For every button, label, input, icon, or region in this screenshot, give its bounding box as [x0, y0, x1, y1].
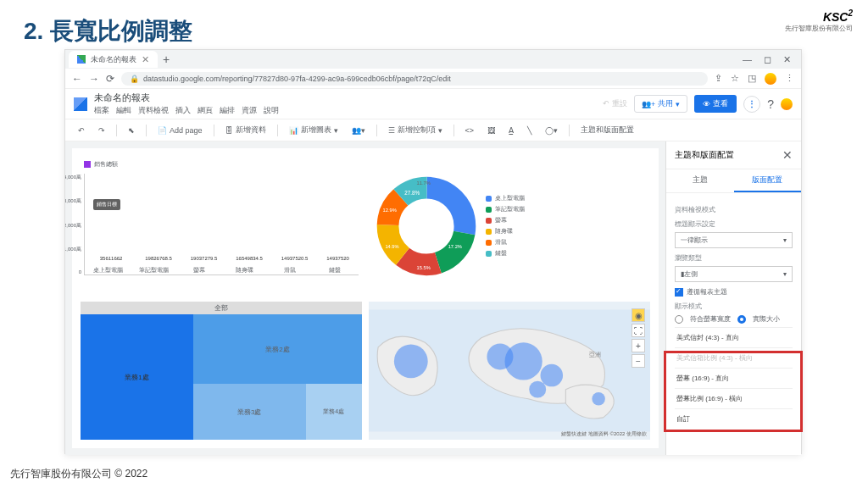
menu-file[interactable]: 檔案: [94, 105, 109, 116]
shape-button[interactable]: ◯▾: [541, 125, 562, 136]
canvas-size-option[interactable]: 自訂: [675, 408, 793, 429]
svg-point-17: [529, 381, 546, 398]
line-button[interactable]: ╲: [523, 125, 536, 136]
chevron-down-icon: ▾: [334, 126, 338, 135]
treemap-root: 全部: [81, 302, 362, 314]
treemap-chart[interactable]: 全部 業務1處 業務2處 業務3處 業務4處: [81, 302, 362, 440]
user-avatar[interactable]: [781, 98, 793, 110]
fullscreen-icon[interactable]: ⛶: [632, 324, 645, 337]
logo-subtitle: 先行智庫股份有限公司: [785, 24, 853, 33]
community-viz-button[interactable]: 👥▾: [348, 125, 370, 136]
theme-layout-button[interactable]: 主題和版面配置: [576, 123, 638, 137]
address-bar[interactable]: 🔒 datastudio.google.com/reporting/77827d…: [121, 72, 708, 86]
svg-point-18: [592, 392, 604, 405]
view-button[interactable]: 👁查看: [694, 95, 737, 113]
browser-tab[interactable]: 未命名的報表 ✕: [69, 51, 158, 68]
tree-node[interactable]: 業務1處: [81, 314, 193, 440]
canvas-size-option[interactable]: 美式信封 (4:3) - 直向: [675, 327, 793, 347]
forward-icon[interactable]: →: [89, 73, 99, 85]
menu-view[interactable]: 資料檢視: [138, 105, 169, 116]
section-viewmode: 資料檢視模式: [675, 205, 793, 214]
toolbar: ↶ ↷ ⬉ 📄 Add page 🗄 新增資料 📊 新增圖表 ▾ 👥▾ ☰ 新增…: [65, 119, 801, 141]
logo-ksc: KSC2: [823, 8, 853, 24]
canvas-size-option[interactable]: 螢幕 (16:9) - 直向: [675, 368, 793, 388]
tab-layout[interactable]: 版面配置: [734, 169, 802, 192]
radio-fit[interactable]: [675, 315, 683, 324]
browser-window: 未命名的報表 ✕ + — ◻ ✕ ← → ⟳ 🔒 datastudio.goog…: [64, 49, 802, 454]
kebab-icon[interactable]: ⋮: [785, 73, 794, 84]
menu-insert[interactable]: 插入: [175, 105, 191, 116]
url-actions: ⇪ ☆ ◳ ⋮: [715, 73, 794, 85]
lock-icon: 🔒: [130, 75, 139, 83]
extension-icon[interactable]: ◳: [748, 73, 756, 84]
zoom-in-icon[interactable]: +: [632, 339, 645, 352]
minimize-icon[interactable]: —: [743, 54, 752, 65]
text-button[interactable]: A̲: [504, 125, 518, 136]
menu-page[interactable]: 網頁: [198, 105, 213, 116]
slide-title: 2. 長寬比例調整: [24, 15, 192, 47]
canvas-size-option[interactable]: 螢幕比例 (16:9) - 橫向: [675, 388, 793, 408]
theme-layout-panel: 主題和版面配置 ✕ 主題 版面配置 資料檢視模式 標題顯示設定 一律顯示▾ 瀏覽…: [665, 141, 801, 455]
help-icon[interactable]: ?: [767, 97, 774, 111]
back-icon[interactable]: ←: [72, 73, 82, 85]
chevron-down-icon: ▾: [783, 270, 787, 278]
follow-theme-checkbox[interactable]: 遵循報表主題: [675, 287, 793, 297]
tree-node[interactable]: 業務3處: [193, 384, 306, 440]
url-text: datastudio.google.com/reporting/77827d80…: [143, 75, 451, 83]
tree-node[interactable]: 業務2處: [193, 314, 362, 384]
menu-resource[interactable]: 資源: [242, 105, 257, 116]
tab-theme[interactable]: 主題: [666, 169, 734, 192]
svg-text:17.2%: 17.2%: [448, 243, 462, 248]
add-control-button[interactable]: ☰ 新增控制項 ▾: [384, 123, 447, 137]
menu-edit[interactable]: 編輯: [116, 105, 131, 116]
profile-avatar[interactable]: [765, 73, 776, 85]
report-title[interactable]: 未命名的報表: [94, 92, 279, 104]
add-chart-button[interactable]: 📊 新增圖表 ▾: [285, 123, 342, 137]
donut-chart[interactable]: 27.8% 17.2% 15.5% 14.9% 12.9% 11.7% 桌上型電…: [369, 157, 650, 295]
embed-button[interactable]: <>: [461, 125, 479, 136]
tree-node[interactable]: 業務4處: [306, 384, 362, 440]
canvas[interactable]: 銷售總額 4,000萬 3,000萬 2,000萬 1,000萬 0 銷售日標 …: [65, 141, 665, 455]
undo-button[interactable]: ↶: [74, 125, 89, 136]
canvas-size-option[interactable]: 美式信箱比例 (4:3) - 橫向: [675, 347, 793, 368]
map-chart[interactable]: 亞洲 ◉ ⛶ + − 鍵盤快速鍵 地圖資料 ©2022 使用條款 銷售數量 ●2…: [369, 302, 650, 440]
redo-button[interactable]: ↷: [94, 125, 109, 136]
close-window-icon[interactable]: ✕: [783, 54, 791, 65]
bar-plot-area: 4,000萬 3,000萬 2,000萬 1,000萬 0 銷售日標 35611…: [84, 174, 359, 275]
panel-close-icon[interactable]: ✕: [782, 148, 793, 162]
chevron-down-icon: ▾: [783, 236, 787, 244]
display-select[interactable]: 一律顯示▾: [675, 232, 793, 248]
new-tab-button[interactable]: +: [163, 53, 170, 66]
image-button[interactable]: 🖼: [483, 125, 499, 136]
svg-text:12.9%: 12.9%: [383, 207, 397, 212]
maximize-icon[interactable]: ◻: [764, 54, 771, 65]
zoom-out-icon[interactable]: −: [632, 354, 645, 368]
menu-help[interactable]: 說明: [264, 105, 279, 116]
bar-chart[interactable]: 銷售總額 4,000萬 3,000萬 2,000萬 1,000萬 0 銷售日標 …: [81, 157, 362, 295]
add-data-button[interactable]: 🗄 新增資料: [221, 123, 270, 137]
tab-close-icon[interactable]: ✕: [142, 54, 149, 65]
share-button[interactable]: 👥+共用 ▾: [634, 95, 687, 113]
menu-arrange[interactable]: 編排: [220, 105, 235, 116]
svg-point-15: [504, 342, 542, 380]
label-display-setting: 標題顯示設定: [675, 219, 793, 229]
more-options-button[interactable]: ⋮: [743, 96, 760, 113]
data-studio-favicon: [77, 55, 86, 64]
share-icon[interactable]: ⇪: [715, 73, 722, 84]
add-page-button[interactable]: 📄 Add page: [153, 125, 207, 136]
data-studio-logo[interactable]: [74, 97, 87, 111]
pegman-icon[interactable]: ◉: [632, 308, 645, 322]
nav-type-select[interactable]: ▮ 左側▾: [675, 266, 793, 282]
main-area: 銷售總額 4,000萬 3,000萬 2,000萬 1,000萬 0 銷售日標 …: [65, 141, 801, 455]
map-attribution: 鍵盤快速鍵 地圖資料 ©2022 使用條款: [561, 430, 647, 438]
reset-button[interactable]: ↶ 重設: [603, 98, 627, 109]
report-page: 銷售總額 4,000萬 3,000萬 2,000萬 1,000萬 0 銷售日標 …: [72, 148, 659, 448]
map-controls: ◉ ⛶ + −: [632, 308, 645, 368]
radio-actual[interactable]: [737, 315, 746, 324]
tabs-bar: 未命名的報表 ✕ + — ◻ ✕: [65, 50, 801, 69]
svg-text:亞洲: 亞洲: [589, 352, 601, 358]
star-icon[interactable]: ☆: [731, 73, 739, 84]
checkbox-icon: [675, 288, 683, 297]
reload-icon[interactable]: ⟳: [106, 73, 114, 85]
selection-tool[interactable]: ⬉: [124, 125, 139, 136]
